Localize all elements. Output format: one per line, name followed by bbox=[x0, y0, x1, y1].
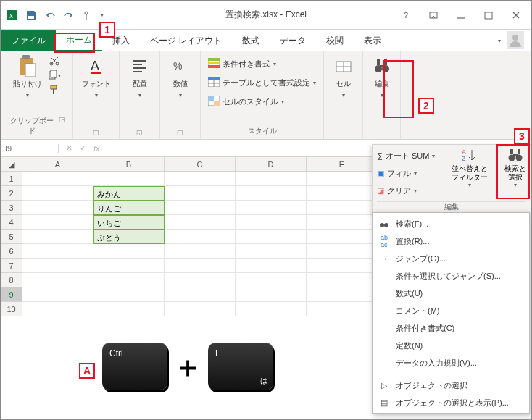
cell[interactable] bbox=[165, 244, 236, 259]
sign-in-area[interactable]: ▾ bbox=[434, 30, 531, 51]
menu-comments[interactable]: コメント(M) bbox=[373, 302, 529, 319]
row-head[interactable]: 1 bbox=[1, 172, 22, 186]
tab-formulas[interactable]: 数式 bbox=[232, 30, 270, 51]
cell[interactable] bbox=[93, 259, 165, 273]
cell[interactable] bbox=[165, 287, 236, 302]
font-button[interactable]: A フォント▾ bbox=[82, 56, 111, 98]
conditional-formatting-button[interactable]: 条件付き書式▾ bbox=[208, 56, 316, 72]
cell[interactable] bbox=[236, 259, 307, 273]
minimize-icon[interactable] bbox=[454, 9, 467, 22]
fx-icon[interactable]: fx bbox=[93, 144, 100, 153]
autosum-button[interactable]: ∑オート SUM ▾ bbox=[377, 148, 435, 164]
cell[interactable] bbox=[93, 244, 165, 259]
cell[interactable] bbox=[307, 273, 378, 287]
clear-button[interactable]: ◪クリア ▾ bbox=[377, 182, 435, 198]
cell[interactable] bbox=[93, 302, 165, 316]
tab-data[interactable]: データ bbox=[270, 30, 316, 51]
touch-mode-icon[interactable] bbox=[82, 9, 93, 21]
dialog-launcher-icon[interactable]: ◲ bbox=[177, 129, 183, 136]
paste-button[interactable]: 貼り付け ▾ bbox=[13, 56, 42, 98]
ribbon-display-icon[interactable] bbox=[427, 9, 440, 22]
menu-formulas[interactable]: 数式(U) bbox=[373, 285, 529, 302]
row-head[interactable]: 8 bbox=[1, 273, 22, 287]
cell[interactable] bbox=[307, 201, 378, 215]
format-as-table-button[interactable]: テーブルとして書式設定▾ bbox=[208, 75, 316, 91]
col-head-a[interactable]: A bbox=[22, 157, 93, 171]
cell[interactable] bbox=[22, 186, 93, 201]
cell-b5[interactable]: ぶどう bbox=[93, 230, 165, 244]
dialog-launcher-icon[interactable]: ◲ bbox=[59, 116, 65, 136]
cell[interactable] bbox=[236, 215, 307, 230]
cell[interactable] bbox=[307, 186, 378, 201]
row-head[interactable]: 6 bbox=[1, 244, 22, 259]
tab-file[interactable]: ファイル bbox=[1, 30, 56, 51]
tab-review[interactable]: 校閲 bbox=[316, 30, 354, 51]
tab-view[interactable]: 表示 bbox=[354, 30, 391, 51]
row-head[interactable]: 4 bbox=[1, 215, 22, 230]
cell[interactable] bbox=[165, 259, 236, 273]
cell[interactable] bbox=[307, 215, 378, 230]
cell[interactable] bbox=[22, 172, 93, 186]
cell[interactable] bbox=[165, 302, 236, 316]
cell-b4[interactable]: いちご bbox=[93, 215, 165, 230]
cell[interactable] bbox=[93, 273, 165, 287]
redo-icon[interactable] bbox=[63, 9, 75, 21]
cell[interactable] bbox=[22, 230, 93, 244]
cell-styles-button[interactable]: セルのスタイル▾ bbox=[208, 93, 316, 109]
qat-dropdown-icon[interactable]: ▾ bbox=[101, 12, 104, 18]
cell[interactable] bbox=[307, 244, 378, 259]
cell[interactable] bbox=[165, 215, 236, 230]
cell[interactable] bbox=[22, 244, 93, 259]
menu-find[interactable]: 検索(F)... bbox=[373, 215, 529, 232]
cell-b2[interactable]: みかん bbox=[93, 186, 165, 201]
cell[interactable] bbox=[236, 302, 307, 316]
tab-layout[interactable]: ページ レイアウト bbox=[140, 30, 232, 51]
cell[interactable] bbox=[307, 302, 378, 316]
format-painter-icon[interactable] bbox=[48, 85, 61, 95]
col-head-e[interactable]: E bbox=[307, 157, 378, 171]
name-box[interactable]: I9 bbox=[1, 144, 59, 153]
row-head[interactable]: 10 bbox=[1, 302, 22, 316]
row-head[interactable]: 7 bbox=[1, 259, 22, 273]
cell[interactable] bbox=[22, 259, 93, 273]
menu-replace[interactable]: abac置換(R)... bbox=[373, 232, 529, 250]
dialog-launcher-icon[interactable]: ◲ bbox=[93, 129, 99, 136]
cell[interactable] bbox=[307, 172, 378, 186]
cell[interactable] bbox=[22, 215, 93, 230]
cell[interactable] bbox=[22, 287, 93, 302]
row-head[interactable]: 3 bbox=[1, 201, 22, 215]
menu-goto[interactable]: →ジャンプ(G)... bbox=[373, 250, 529, 267]
cell[interactable] bbox=[307, 230, 378, 244]
cell[interactable] bbox=[165, 186, 236, 201]
cell[interactable] bbox=[165, 273, 236, 287]
cell[interactable] bbox=[165, 230, 236, 244]
cell[interactable] bbox=[165, 201, 236, 215]
menu-goto-special[interactable]: 条件を選択してジャンプ(S)... bbox=[373, 267, 529, 285]
cells-button[interactable]: セル▾ bbox=[333, 56, 354, 98]
row-head[interactable]: 2 bbox=[1, 186, 22, 201]
col-head-c[interactable]: C bbox=[165, 157, 236, 171]
cell[interactable] bbox=[236, 244, 307, 259]
enter-icon[interactable]: ✓ bbox=[80, 143, 86, 153]
row-head[interactable]: 5 bbox=[1, 230, 22, 244]
cell[interactable] bbox=[22, 302, 93, 316]
col-head-d[interactable]: D bbox=[236, 157, 307, 171]
cell[interactable] bbox=[236, 287, 307, 302]
menu-selection-pane[interactable]: ▤オブジェクトの選択と表示(P)... bbox=[373, 394, 529, 411]
col-head-b[interactable]: B bbox=[93, 157, 165, 171]
dialog-launcher-icon[interactable]: ◲ bbox=[136, 129, 143, 136]
row-head[interactable]: 9 bbox=[1, 287, 22, 302]
number-button[interactable]: % 数値▾ bbox=[170, 56, 191, 98]
cell[interactable] bbox=[22, 201, 93, 215]
undo-icon[interactable] bbox=[44, 9, 56, 21]
menu-select-objects[interactable]: ▷オブジェクトの選択 bbox=[373, 377, 529, 394]
help-icon[interactable]: ? bbox=[399, 9, 412, 22]
maximize-icon[interactable] bbox=[482, 9, 495, 22]
save-icon[interactable] bbox=[25, 9, 37, 21]
menu-constants[interactable]: 定数(N) bbox=[373, 337, 529, 354]
cell[interactable] bbox=[165, 172, 236, 186]
select-all[interactable]: ◢ bbox=[1, 157, 22, 172]
sort-filter-button[interactable]: AZ 並べ替えと フィルター▾ bbox=[452, 148, 488, 198]
cell[interactable] bbox=[93, 287, 165, 302]
cell[interactable] bbox=[22, 273, 93, 287]
